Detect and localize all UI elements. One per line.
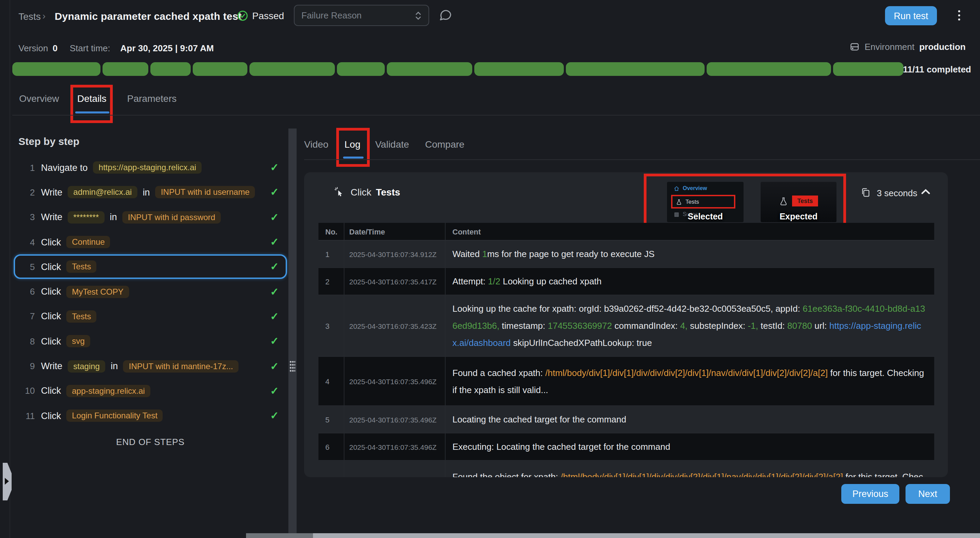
panel-resizer[interactable]: [288, 129, 297, 538]
previous-button[interactable]: Previous: [841, 484, 899, 504]
progress-segment: [707, 62, 831, 76]
tab-compare[interactable]: Compare: [425, 139, 465, 150]
progress-segment: [12, 62, 100, 76]
check-circle-icon: [237, 10, 248, 21]
step-row[interactable]: 1Navigate tohttps://app-staging.relicx.a…: [14, 155, 287, 180]
server-icon: [850, 42, 860, 52]
kebab-menu-icon[interactable]: [952, 5, 966, 25]
status-text: Passed: [252, 10, 284, 21]
progress-segment: [834, 62, 904, 76]
step-number: 10: [20, 386, 35, 396]
log-row-number: 5: [318, 406, 344, 433]
expected-thumbnail[interactable]: Tests Expected: [760, 182, 837, 222]
tab-parameters[interactable]: Parameters: [127, 93, 177, 104]
step-number: 7: [20, 311, 35, 322]
step-connector: in: [143, 187, 150, 197]
comment-bubble-icon[interactable]: [438, 8, 452, 22]
log-table-body: 12025-04-30T16:07:34.912ZWaited 1ms for …: [318, 240, 934, 477]
step-action: Write: [41, 212, 62, 222]
log-row-number: 2: [318, 268, 344, 294]
step-action: Write: [41, 361, 62, 371]
flask-icon: [779, 197, 788, 205]
step-row[interactable]: 11ClickLogin Functionality Test✓: [14, 403, 287, 428]
step-row[interactable]: 9WritestaginginINPUT with id mantine-17z…: [14, 354, 287, 379]
chevron-up-icon[interactable]: [921, 189, 930, 195]
environment-value: production: [919, 42, 966, 52]
step-number: 4: [20, 237, 35, 247]
step-check-icon: ✓: [270, 385, 279, 397]
progress-segment: [337, 62, 385, 76]
drag-dots-icon[interactable]: [290, 361, 295, 372]
step-target-chip: Continue: [67, 236, 110, 248]
step-row[interactable]: 8Clicksvg✓: [14, 329, 287, 354]
log-row-number: 6: [318, 433, 344, 460]
steps-title: Step by step: [19, 135, 79, 147]
step-target-chip: INPUT with id mantine-17z...: [123, 360, 239, 372]
expected-thumbnail-label: Expected: [760, 212, 837, 221]
log-row-content: Attempt: 1/2 Looking up cached xpath: [445, 268, 934, 294]
step-row[interactable]: 10Clickapp-staging.relicx.ai✓: [14, 378, 287, 403]
progress-segment: [102, 62, 148, 76]
copy-icon[interactable]: [861, 187, 871, 197]
tab-video[interactable]: Video: [304, 139, 328, 150]
log-row: 62025-04-30T16:07:35.496ZExecuting: Loca…: [318, 433, 934, 461]
step-check-icon: ✓: [270, 211, 279, 223]
step-row[interactable]: 6ClickMyTest COPY✓: [14, 279, 287, 304]
step-action: Click: [41, 411, 61, 421]
log-row-timestamp: 2025-04-30T16:07:35.417Z: [344, 268, 445, 294]
step-number: 5: [20, 262, 35, 272]
steps-list: 1Navigate tohttps://app-staging.relicx.a…: [14, 155, 287, 455]
flask-icon: [676, 199, 682, 205]
environment-label: Environment: [864, 42, 915, 52]
step-target-chip: app-staging.relicx.ai: [67, 385, 150, 397]
progress-label: 11/11 completed: [903, 64, 971, 75]
log-row-timestamp: 2025-04-30T16:07:35.423Z: [344, 295, 445, 356]
log-row-timestamp: 2025-04-30T16:07:35.753Z: [344, 461, 445, 477]
top-bar: Tests › Dynamic parameter cached xpath t…: [0, 0, 980, 38]
log-row-content: Found a cached xpath: /html/body/div[1]/…: [445, 357, 934, 405]
progress-segment: [250, 62, 334, 76]
failure-reason-select[interactable]: Failure Reason: [294, 5, 429, 26]
tab-overview[interactable]: Overview: [19, 93, 59, 104]
horizontal-scrollbar[interactable]: [246, 533, 980, 538]
step-row[interactable]: 3Write********inINPUT with id password✓: [14, 205, 287, 230]
step-check-icon: ✓: [270, 409, 279, 422]
log-tabs-divider: [304, 159, 980, 160]
log-row: 12025-04-30T16:07:34.912ZWaited 1ms for …: [318, 240, 934, 268]
tab-validate[interactable]: Validate: [375, 139, 409, 150]
breadcrumb[interactable]: Tests: [19, 11, 41, 22]
log-row: 32025-04-30T16:07:35.423ZLooking up the …: [318, 295, 934, 357]
step-value-chip: https://app-staging.relicx.ai: [93, 161, 202, 173]
end-of-steps-label: END OF STEPS: [14, 428, 287, 455]
start-time-value: Apr 30, 2025 | 9:07 AM: [120, 43, 214, 53]
step-action: Click: [41, 336, 61, 346]
mini-nav-tests-highlight: Tests: [671, 195, 735, 209]
step-check-icon: ✓: [270, 236, 279, 248]
step-target-chip: INPUT with id password: [123, 211, 221, 223]
step-row[interactable]: 5ClickTests✓: [14, 254, 287, 279]
step-target-chip: Login Functionality Test: [67, 409, 163, 422]
select-chevrons-icon: [415, 11, 422, 20]
log-row-number: 4: [318, 357, 344, 405]
log-row-number: 1: [318, 240, 344, 267]
breadcrumb-separator: ›: [42, 10, 45, 21]
selected-thumbnail[interactable]: Overview Tests Suites Selected: [667, 182, 743, 222]
log-row-timestamp: 2025-04-30T16:07:34.912Z: [344, 240, 445, 267]
step-row[interactable]: 4ClickContinue✓: [14, 230, 287, 255]
scrollbar-thumb[interactable]: [246, 533, 313, 538]
run-info-bar: Version 0 Start time: Apr 30, 2025 | 9:0…: [0, 41, 980, 56]
steps-panel: Step by step 1Navigate tohttps://app-sta…: [0, 116, 301, 538]
failure-reason-placeholder: Failure Reason: [301, 10, 361, 21]
step-check-icon: ✓: [270, 285, 279, 298]
run-test-button[interactable]: Run test: [885, 6, 937, 25]
next-button[interactable]: Next: [905, 484, 950, 504]
step-value-chip: ********: [68, 211, 105, 223]
step-row[interactable]: 2Writeadmin@relicx.aiinINPUT with id use…: [14, 180, 287, 205]
progress-segment: [566, 62, 705, 76]
expected-target-highlight: Tests: [792, 196, 818, 207]
progress-segment: [387, 62, 472, 76]
step-row[interactable]: 7ClickTests✓: [14, 304, 287, 329]
log-table-header: No. Date/Time Content: [318, 223, 934, 240]
step-connector: in: [111, 361, 118, 371]
page-title: Dynamic parameter cached xpath test: [55, 10, 242, 22]
